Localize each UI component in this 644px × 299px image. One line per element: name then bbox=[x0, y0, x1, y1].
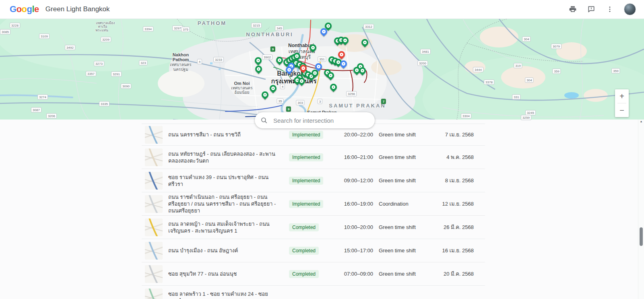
status-badge: Completed bbox=[289, 247, 319, 255]
status-cell: Completed bbox=[289, 247, 329, 255]
intervention-type: Green time shift bbox=[379, 224, 427, 230]
pin-hole bbox=[331, 85, 336, 90]
status-badge: Implemented bbox=[289, 200, 323, 208]
logo-letter: o bbox=[22, 4, 27, 14]
start-date: 12 เม.ย. 2568 bbox=[432, 200, 474, 208]
pin-hole bbox=[362, 40, 367, 45]
intersection-name: ถนน ลาดหญ้า - ถนน สมเด็จเจ้าพระยา - ถนน … bbox=[168, 221, 283, 234]
print-icon[interactable] bbox=[568, 5, 577, 14]
time-window: 15:00–17:00 bbox=[335, 247, 373, 254]
map: PATHOMNONTHABURISAMUT PRAKANNonthaburiเท… bbox=[0, 19, 644, 120]
time-window: 20:00–22:00 bbox=[335, 132, 373, 138]
map-zoom-control: + − bbox=[615, 89, 629, 117]
search-bar bbox=[255, 112, 375, 128]
avatar[interactable] bbox=[624, 3, 636, 15]
app-header: Google Green Light Bangkok bbox=[0, 0, 644, 19]
pin-hole bbox=[321, 29, 326, 34]
time-window: 10:00–20:00 bbox=[335, 224, 373, 230]
intersection-list: ถนน นครราชสีมา - ถนน ราชวิถีImplemented2… bbox=[0, 120, 644, 299]
scrollbar-thumb[interactable] bbox=[640, 227, 643, 246]
logo-letter: G bbox=[10, 4, 17, 14]
feedback-icon[interactable] bbox=[587, 5, 596, 14]
pin-hole bbox=[354, 68, 359, 73]
intervention-type: Green time shift bbox=[379, 271, 427, 277]
row-thumbnail bbox=[145, 219, 163, 236]
table-row[interactable]: ซอย ลาดพร้าว 1 - ซอย รามคำแหง 24 - ซอย ร… bbox=[142, 285, 485, 299]
status-cell: Completed bbox=[289, 223, 329, 231]
intervention-type: Coordination bbox=[379, 201, 427, 207]
status-badge: Implemented bbox=[289, 177, 323, 185]
table-row[interactable]: ซอย รามคำแหง 39 - ถนน ประชาอุทิศ - ถนน ศ… bbox=[142, 169, 485, 192]
intersection-name: ถนน หทัยราษฎร์ - ถนน เลียบคลองสอง - สะพา… bbox=[168, 151, 283, 164]
time-window: 16:00–21:00 bbox=[335, 154, 373, 160]
status-badge: Completed bbox=[289, 270, 319, 278]
intervention-type: Green time shift bbox=[379, 177, 427, 184]
logo-letter: o bbox=[17, 4, 22, 14]
pin-hole bbox=[360, 68, 365, 73]
start-date: 16 เม.ย. 2568 bbox=[432, 246, 474, 255]
status-cell: Completed bbox=[289, 270, 329, 278]
pin-hole bbox=[328, 73, 333, 78]
table-row[interactable]: ซอย สุขุมวิท 77 - ถนน อ่อนนุชCompleted07… bbox=[142, 262, 485, 285]
pin-hole bbox=[301, 66, 306, 71]
pin-hole bbox=[341, 61, 346, 66]
intersection-name: ถนน ราชดำเนินนอก - ถนน ศรีอยุธยา - ถนนศร… bbox=[168, 194, 283, 214]
search-input[interactable] bbox=[272, 117, 369, 124]
zoom-out-button[interactable]: − bbox=[615, 103, 629, 117]
start-date: 26 มี.ค. 2568 bbox=[432, 223, 474, 231]
time-window: 07:00–09:00 bbox=[335, 271, 373, 277]
pin-hole bbox=[299, 78, 304, 84]
row-thumbnail bbox=[145, 172, 163, 190]
pin-hole bbox=[339, 52, 344, 57]
pin-hole bbox=[270, 86, 276, 91]
row-thumbnail bbox=[145, 265, 163, 283]
status-badge: Implemented bbox=[289, 153, 323, 161]
intersection-name: ถนน บำรุงเมือง - ถนน อัษฎางค์ bbox=[168, 247, 283, 254]
pin-hole bbox=[294, 54, 299, 59]
pin-hole bbox=[287, 67, 292, 72]
intervention-type: Green time shift bbox=[379, 132, 427, 138]
status-badge: Implemented bbox=[289, 131, 323, 139]
intersection-name: ซอย สุขุมวิท 77 - ถนน อ่อนนุช bbox=[168, 270, 283, 277]
intersection-name: ซอย ลาดพร้าว 1 - ซอย รามคำแหง 24 - ซอย ร… bbox=[168, 291, 283, 299]
time-window: 09:00–12:00 bbox=[335, 177, 373, 184]
header-actions bbox=[568, 3, 636, 15]
more-options-icon[interactable] bbox=[605, 5, 614, 14]
intervention-type: Green time shift bbox=[379, 247, 427, 254]
status-cell: Implemented bbox=[289, 131, 329, 139]
pin-hole bbox=[312, 70, 318, 76]
status-badge: Completed bbox=[289, 223, 319, 231]
search-icon bbox=[260, 117, 268, 124]
pin-hole bbox=[310, 45, 316, 50]
time-window: 16:00–19:00 bbox=[335, 201, 373, 207]
row-thumbnail bbox=[145, 242, 163, 260]
start-date: 4 พ.ค. 2568 bbox=[432, 153, 474, 161]
intersection-name: ซอย รามคำแหง 39 - ถนน ประชาอุทิศ - ถนน ศ… bbox=[168, 174, 283, 188]
pin-hole bbox=[256, 58, 261, 63]
table-row[interactable]: ถนน ราชดำเนินนอก - ถนน ศรีอยุธยา - ถนนศร… bbox=[142, 192, 485, 215]
row-thumbnail bbox=[145, 289, 163, 299]
scrollbar-up-arrow[interactable]: ▲ bbox=[638, 120, 644, 123]
intersection-table: ถนน นครราชสีมา - ถนน ราชวิถีImplemented2… bbox=[142, 124, 485, 299]
row-thumbnail bbox=[145, 126, 163, 144]
pin-hole bbox=[277, 58, 282, 63]
scrollbar: ▲ bbox=[638, 120, 644, 299]
table-row[interactable]: ถนน หทัยราษฎร์ - ถนน เลียบคลองสอง - สะพา… bbox=[142, 145, 485, 169]
pin-hole bbox=[256, 66, 261, 72]
logo-letter: e bbox=[34, 4, 39, 14]
intervention-type: Green time shift bbox=[379, 154, 427, 160]
start-date: 7 เม.ย. 2568 bbox=[432, 130, 474, 139]
table-row[interactable]: ถนน ลาดหญ้า - ถนน สมเด็จเจ้าพระยา - ถนน … bbox=[142, 215, 485, 239]
logo-letter: g bbox=[27, 4, 32, 14]
pin-hole bbox=[326, 23, 331, 29]
table-row[interactable]: ถนน บำรุงเมือง - ถนน อัษฎางค์Completed15… bbox=[142, 239, 485, 262]
row-thumbnail bbox=[145, 195, 163, 213]
pin-hole bbox=[316, 64, 321, 69]
status-cell: Implemented bbox=[289, 153, 329, 161]
intersection-name: ถนน นครราชสีมา - ถนน ราชวิถี bbox=[168, 131, 283, 138]
pin-hole bbox=[262, 92, 268, 97]
start-date: 8 เม.ย. 2568 bbox=[432, 176, 474, 185]
google-logo[interactable]: Google bbox=[10, 5, 39, 14]
zoom-in-button[interactable]: + bbox=[615, 89, 629, 103]
start-date: 20 มี.ค. 2568 bbox=[432, 270, 474, 278]
